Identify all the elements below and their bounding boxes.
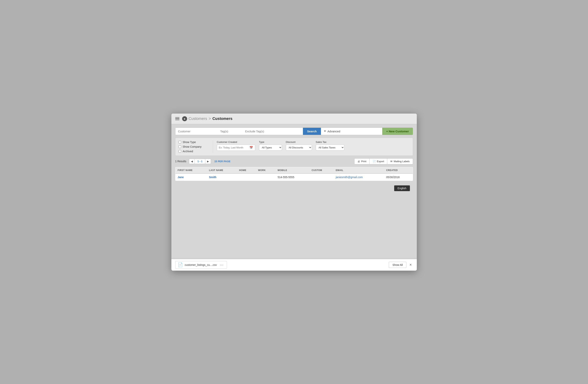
discount-label: Discount [286,141,312,143]
prev-page-button[interactable]: ◀ [189,159,195,164]
cell-last-name[interactable]: Smith [207,173,237,181]
col-home: HOME [237,167,256,173]
cell-created: 05/30/2018 [384,173,413,181]
hamburger-menu-icon[interactable] [175,117,179,120]
mailing-labels-label: Mailing Labels [394,160,410,163]
results-count: 1 Results [175,160,186,163]
results-actions: 🖨 Print 📄 Export ✉ Mailing Labels [354,158,413,164]
export-button[interactable]: 📄 Export [369,158,387,164]
date-input[interactable] [219,146,248,149]
mail-icon: ✉ [390,160,392,163]
col-last-name: LAST NAME [207,167,237,173]
file-icon: 📄 [178,262,183,267]
sales-tax-group: Sales Tax All Sales Taxes No Tax Custom [316,141,344,151]
results-bar: 1 Results ◀ 1 - 1 ▶ 15 PER PAGE 🖨 Print … [175,158,413,164]
show-type-checkbox[interactable] [178,141,181,143]
print-button[interactable]: 🖨 Print [354,158,369,164]
breadcrumb-current: Customers [212,116,232,121]
print-label: Print [361,160,366,163]
col-created: CREATED [384,167,413,173]
show-company-checkbox[interactable] [178,145,181,148]
cell-work [256,173,275,181]
customer-created-group: Customer Created 📅 [217,141,255,151]
type-select[interactable]: All Types Individual Company [259,145,282,151]
filters-bar: Show Type Show Company Archived Customer… [175,138,413,156]
breadcrumb-parent: Customers [189,116,207,121]
advanced-button[interactable]: Advanced [321,128,382,135]
show-company-filter[interactable]: Show Company [178,145,209,148]
language-button[interactable]: English [394,185,410,191]
archived-filter[interactable]: Archived [178,150,209,153]
col-work: WORK [256,167,275,173]
exclude-tags-input[interactable] [243,128,303,135]
export-icon: 📄 [373,160,376,163]
main-content: Search Advanced + New Customer Show Type… [171,124,417,259]
cell-email[interactable]: janiesmith@gmail.com [333,173,384,181]
cell-custom [309,173,333,181]
search-bar: Search Advanced + New Customer [175,128,413,135]
per-page-label[interactable]: 15 PER PAGE [214,160,231,163]
download-options-button[interactable]: ⋯ [219,262,225,267]
chevron-down-icon [324,131,326,132]
advanced-label: Advanced [327,130,340,133]
customers-table: FIRST NAME LAST NAME HOME WORK MOBILE CU… [175,167,413,181]
type-label: Type [259,141,282,143]
table-header-row: FIRST NAME LAST NAME HOME WORK MOBILE CU… [175,167,413,173]
filter-checkboxes: Show Type Show Company Archived [178,141,213,153]
cell-first-name[interactable]: Jane [175,173,207,181]
main-window: ● Customers > Customers Search Advanced … [171,114,417,271]
close-download-button[interactable]: × [408,262,413,267]
export-label: Export [377,160,384,163]
breadcrumb-separator: > [209,116,211,121]
language-bar: English [175,183,413,192]
title-bar: ● Customers > Customers [171,114,417,124]
show-type-label: Show Type [183,141,196,144]
sales-tax-label: Sales Tax [316,141,344,143]
download-item: 📄 customer_listings_cu....csv ⋯ [175,261,227,269]
col-email: EMAIL [333,167,384,173]
show-type-filter[interactable]: Show Type [178,141,209,144]
show-all-button[interactable]: Show All [389,262,406,268]
cell-mobile: 514-555-5555 [275,173,309,181]
filter-fields: Customer Created 📅 Type All Types Indivi… [213,141,344,151]
calendar-icon[interactable]: 📅 [250,146,253,149]
customer-created-label: Customer Created [217,141,255,143]
col-custom: CUSTOM [309,167,333,173]
sales-tax-select[interactable]: All Sales Taxes No Tax Custom [316,145,344,151]
tags-input[interactable] [218,128,243,135]
mailing-labels-button[interactable]: ✉ Mailing Labels [387,158,413,164]
next-page-button[interactable]: ▶ [205,159,211,164]
table-row: Jane Smith 514-555-5555 janiesmith@gmail… [175,173,413,181]
discount-group: Discount All Discounts No Discount Custo… [286,141,312,151]
page-display: 1 - 1 [195,159,205,164]
download-bar-actions: Show All × [389,262,413,268]
breadcrumb: ● Customers > Customers [182,116,232,121]
archived-checkbox[interactable] [178,150,181,153]
pagination: ◀ 1 - 1 ▶ [189,159,211,164]
archived-label: Archived [183,150,193,153]
file-name: customer_listings_cu....csv [185,263,217,266]
download-bar: 📄 customer_listings_cu....csv ⋯ Show All… [171,259,417,271]
date-input-wrap: 📅 [217,145,255,151]
cell-home [237,173,256,181]
discount-select[interactable]: All Discounts No Discount Custom [286,145,312,151]
search-button[interactable]: Search [303,128,321,135]
print-icon: 🖨 [357,160,360,163]
user-icon: ● [182,116,187,121]
new-customer-button[interactable]: + New Customer [382,128,413,135]
col-first-name: FIRST NAME [175,167,207,173]
col-mobile: MOBILE [275,167,309,173]
type-group: Type All Types Individual Company [259,141,282,151]
show-company-label: Show Company [183,145,202,148]
customer-search-input[interactable] [175,128,218,135]
